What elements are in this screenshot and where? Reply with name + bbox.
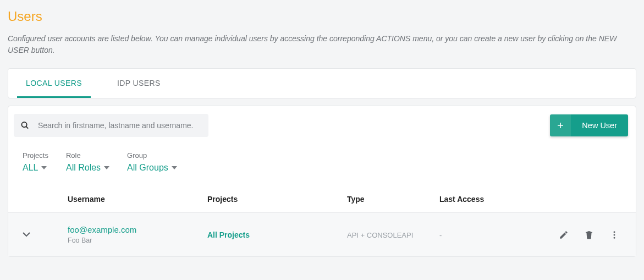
filter-group-value: All Groups bbox=[127, 163, 168, 173]
filter-group-label: Group bbox=[127, 151, 177, 160]
col-type: Type bbox=[347, 195, 439, 204]
filter-role[interactable]: All Roles bbox=[66, 163, 109, 173]
filter-role-label: Role bbox=[66, 151, 109, 160]
content-card: New User Projects ALL Role All Roles Gro… bbox=[8, 106, 636, 257]
filter-projects[interactable]: ALL bbox=[23, 163, 48, 173]
filter-projects-value: ALL bbox=[23, 163, 38, 173]
col-last-access: Last Access bbox=[439, 195, 526, 204]
page-title: Users bbox=[8, 9, 636, 24]
svg-point-0 bbox=[21, 122, 26, 127]
row-last-access: - bbox=[439, 231, 442, 239]
more-icon[interactable] bbox=[609, 230, 619, 240]
row-type: API + CONSOLEAPI bbox=[347, 231, 413, 239]
plus-icon bbox=[550, 114, 571, 136]
filter-group[interactable]: All Groups bbox=[127, 163, 177, 173]
caret-down-icon bbox=[172, 166, 177, 169]
row-username[interactable]: foo@example.com bbox=[68, 225, 207, 234]
page-description: Configured user accounts are listed belo… bbox=[8, 33, 636, 56]
col-username: Username bbox=[68, 195, 207, 204]
delete-icon[interactable] bbox=[584, 230, 594, 240]
expand-row-icon[interactable] bbox=[23, 232, 30, 237]
svg-point-6 bbox=[614, 237, 615, 238]
caret-down-icon bbox=[104, 166, 109, 169]
search-input[interactable] bbox=[14, 114, 208, 137]
new-user-button[interactable]: New User bbox=[550, 114, 628, 136]
caret-down-icon bbox=[41, 166, 47, 169]
svg-point-4 bbox=[614, 231, 615, 233]
search-icon bbox=[20, 121, 30, 130]
new-user-label: New User bbox=[571, 114, 628, 136]
search-container bbox=[14, 114, 208, 137]
col-projects: Projects bbox=[207, 195, 347, 204]
table-header: Username Projects Type Last Access bbox=[8, 186, 636, 213]
tab-idp-users[interactable]: IDP USERS bbox=[108, 69, 169, 98]
filter-role-value: All Roles bbox=[66, 163, 101, 173]
tab-local-users[interactable]: LOCAL USERS bbox=[17, 69, 91, 98]
tabs-card: LOCAL USERS IDP USERS bbox=[8, 68, 636, 98]
row-fullname: Foo Bar bbox=[68, 237, 207, 244]
row-projects[interactable]: All Projects bbox=[207, 230, 250, 239]
svg-line-1 bbox=[26, 127, 29, 129]
filter-projects-label: Projects bbox=[23, 151, 48, 160]
edit-icon[interactable] bbox=[559, 230, 569, 240]
table-row: foo@example.com Foo Bar All Projects API… bbox=[8, 213, 636, 256]
svg-point-5 bbox=[614, 234, 615, 235]
